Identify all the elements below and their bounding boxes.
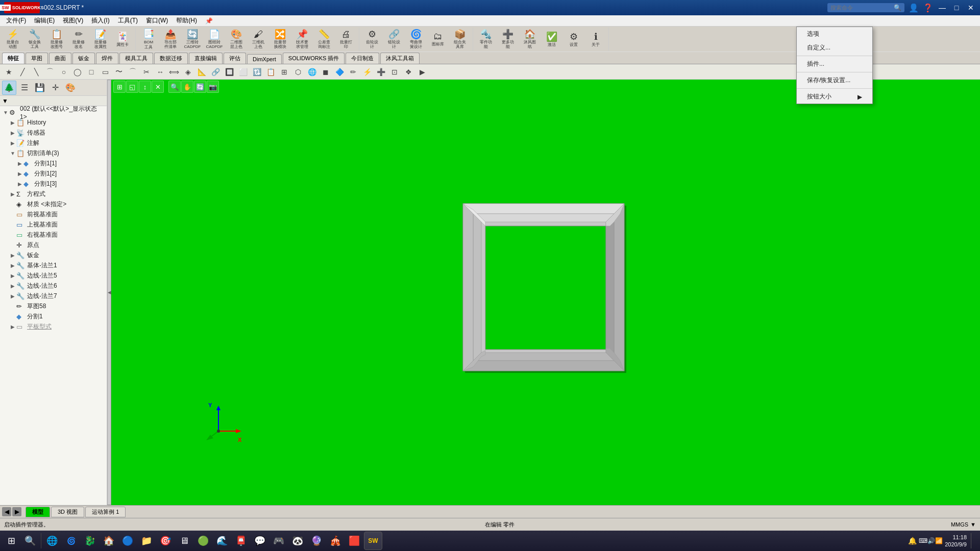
taskbar-app6[interactable]: 🟢: [194, 532, 212, 550]
sketch-btn-sketch[interactable]: ✏: [347, 65, 360, 79]
tech-req-button[interactable]: 📌 技术要求管理: [291, 28, 313, 51]
taskbar-icons[interactable]: ⌨🔊📶: [919, 537, 943, 544]
taskbar-app9[interactable]: 🎮: [270, 532, 288, 550]
sketch-btn-ellipse[interactable]: ◯: [71, 65, 84, 79]
tree-sensors[interactable]: ▶ 📡 传感器: [7, 128, 107, 138]
taskbar-app12[interactable]: 🎪: [326, 532, 345, 550]
spring-design-button[interactable]: 🌀 弯曲弹簧设计: [405, 28, 427, 51]
fixture-library-button[interactable]: 📦 组合夹具库: [449, 28, 471, 51]
start-button[interactable]: ⊞: [2, 532, 20, 550]
3d-viewport[interactable]: ⊞ ◱ ↕ ✕ 🔍 ✋ 🔄 📷: [111, 80, 980, 505]
sketch-btn-pattern[interactable]: ❖: [402, 65, 415, 79]
sketch-btn-more[interactable]: ▶: [415, 65, 429, 79]
3d-to-cadpdf-button[interactable]: 🔄 三维转CADPDF: [182, 28, 203, 51]
tolerance-button[interactable]: 📏 公差查询标注: [313, 28, 335, 51]
chain-design-button[interactable]: 🔗 链轮设计: [383, 28, 405, 51]
menu-pin[interactable]: 📌: [201, 15, 217, 26]
tree-history[interactable]: ▶ 📋 History: [7, 117, 107, 128]
taskbar-chrome[interactable]: 🌀: [62, 532, 80, 550]
sketch-btn-surface[interactable]: ◼: [319, 65, 332, 79]
tree-sheetmetal[interactable]: ▶ 🔧 钣金: [7, 250, 107, 260]
settings-button[interactable]: ⚙ 设置: [563, 28, 584, 51]
taskbar-show-desktop[interactable]: [971, 533, 974, 548]
viewport-view-btn[interactable]: 📷: [207, 81, 219, 93]
taskbar-app1[interactable]: 🐉: [81, 532, 99, 550]
batch-print-button[interactable]: 🖨 批量打印: [335, 28, 357, 51]
menu-options[interactable]: 选项: [797, 27, 872, 41]
2d-color-button[interactable]: 🎨 二维图层上色: [226, 28, 247, 51]
maximize-button[interactable]: □: [951, 3, 962, 13]
about-button[interactable]: ℹ 关于: [585, 28, 606, 51]
viewport-zoom-btn[interactable]: 🔍: [168, 81, 181, 93]
parts-func-button[interactable]: 🔩 零件功能: [475, 28, 497, 51]
tree-front-plane[interactable]: ▭ 前视基准面: [7, 209, 107, 219]
tree-split1-2[interactable]: ▶ ◆ 分割1[2]: [14, 168, 107, 179]
sketch-btn-circle[interactable]: ○: [57, 65, 70, 79]
tree-sketch58[interactable]: ✏ 草图58: [7, 301, 107, 311]
menu-button-size[interactable]: 按钮大小 ▶: [797, 90, 872, 104]
search-input[interactable]: [830, 5, 892, 11]
sketch-btn-offset[interactable]: ◈: [181, 65, 194, 79]
tree-origin[interactable]: ✛ 原点: [7, 240, 107, 250]
tab-sketch[interactable]: 草图: [26, 53, 48, 64]
menu-help[interactable]: 帮助(H): [172, 15, 201, 26]
bottom-tab-3dview[interactable]: 3D 视图: [51, 507, 84, 517]
batch-replace-button[interactable]: 🔀 批量替换模块: [270, 28, 291, 51]
tab-prev-button[interactable]: ◀: [2, 507, 11, 516]
taskbar-solidworks[interactable]: SW: [364, 532, 382, 550]
taskbar-app4[interactable]: 🎯: [156, 532, 175, 550]
taskbar-files[interactable]: 📁: [137, 532, 156, 550]
tree-split-feature[interactable]: ◆ 分割1: [7, 311, 107, 321]
bom-tool-button[interactable]: 📑 BOM工具: [138, 28, 159, 51]
sketch-btn-spline2[interactable]: ⌒: [126, 65, 139, 79]
taskbar-clock[interactable]: 11:18 2020/9/9: [945, 534, 967, 548]
bottom-tab-model[interactable]: 模型: [26, 507, 50, 517]
taskbar-wechat[interactable]: 💬: [251, 532, 269, 550]
menu-customize[interactable]: 自定义...: [797, 41, 872, 55]
tree-edge-flange5[interactable]: ▶ 🔧 边线-法兰5: [7, 270, 107, 281]
taskbar-app3[interactable]: 🔵: [118, 532, 137, 550]
tree-flat-pattern[interactable]: ▶ ▭ 平板型式: [7, 321, 107, 332]
taskbar-app7[interactable]: 🌊: [213, 532, 231, 550]
menu-view[interactable]: 视图(V): [59, 15, 87, 26]
viewport-btn-1[interactable]: ⊞: [113, 81, 126, 93]
tab-datamigrate[interactable]: 数据迁移: [154, 53, 188, 64]
taskbar-app11[interactable]: 🔮: [307, 532, 326, 550]
tree-root[interactable]: ▼ ⚙ 002 (默认<<默认>_显示状态 1>: [0, 107, 107, 117]
tree-base-flange1[interactable]: ▶ 🔧 基体-法兰1: [7, 260, 107, 270]
menu-edit[interactable]: 编辑(E): [30, 15, 59, 26]
tree-annotations[interactable]: ▶ 📝 注解: [7, 138, 107, 148]
sketch-btn-arc[interactable]: ⌒: [43, 65, 57, 79]
tab-directedit[interactable]: 直接编辑: [189, 53, 223, 64]
menu-insert[interactable]: 插入(I): [87, 15, 113, 26]
export-parts-button[interactable]: 📤 导出部件清单: [160, 28, 181, 51]
sheet-metal-tool-button[interactable]: 🔧 钣金换工具: [24, 28, 45, 51]
taskbar-app13[interactable]: 🟥: [345, 532, 363, 550]
tab-today[interactable]: 今日制造: [346, 53, 379, 64]
viewport-btn-4[interactable]: ✕: [152, 81, 164, 93]
activate-button[interactable]: ✅ 激活: [541, 28, 562, 51]
tab-sheetmetal[interactable]: 钣金: [72, 53, 95, 64]
tree-equations[interactable]: ▶ Σ 方程式: [7, 189, 107, 199]
config-panel-icon[interactable]: 💾: [33, 81, 47, 95]
tree-cutlist[interactable]: ▼ 📋 切割清单(3): [7, 148, 107, 158]
taskbar-app2[interactable]: 🏠: [100, 532, 118, 550]
sketch-btn-mirror[interactable]: ⟺: [167, 65, 181, 79]
menu-save-restore[interactable]: 保存/恢复设置...: [797, 73, 872, 87]
property-card-button[interactable]: 🃏 属性卡: [112, 28, 133, 51]
sketch-btn-relation[interactable]: 🔗: [209, 65, 222, 79]
tree-right-plane[interactable]: ▭ 右视基准面: [7, 230, 107, 240]
3d-color-button[interactable]: 🖌 三维机上色: [248, 28, 269, 51]
units-dropdown-icon[interactable]: ▼: [970, 521, 976, 528]
viewport-btn-2[interactable]: ◱: [126, 81, 138, 93]
batch-modify-attr-button[interactable]: 📝 批量修改属性: [90, 28, 111, 51]
property-panel-icon[interactable]: ☰: [17, 81, 32, 95]
sketch-btn-add[interactable]: ➕: [374, 65, 387, 79]
sketch-btn-trim[interactable]: ✂: [140, 65, 153, 79]
sketch-btn-3d[interactable]: 🔲: [223, 65, 236, 79]
tab-feature[interactable]: 特征: [2, 53, 24, 64]
tab-dimxpert[interactable]: DimXpert: [247, 54, 282, 64]
tab-mold[interactable]: 模具工具: [119, 53, 153, 64]
feature-tree-icon[interactable]: 🌲: [2, 81, 16, 95]
sketch-btn-block[interactable]: ⬜: [236, 65, 250, 79]
